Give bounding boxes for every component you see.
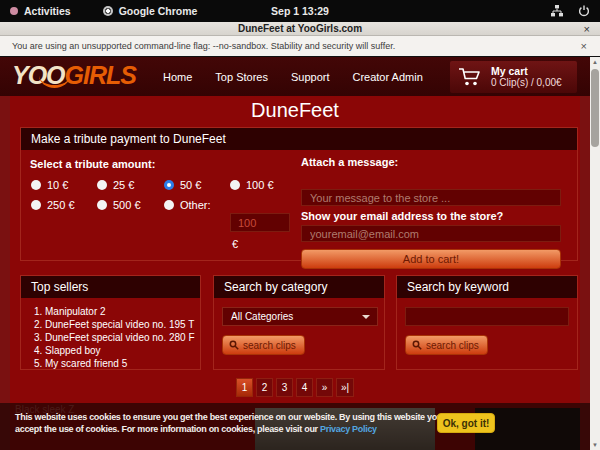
radio-label: 50 € [180,179,201,191]
window-title: DuneFeet at YooGirls.com [238,23,362,34]
search-clips-keyword-button[interactable]: search clips [405,335,488,355]
network-icon[interactable] [550,5,564,17]
top-sellers-header: Top sellers [21,276,200,298]
infobar-close-icon[interactable]: × [581,36,587,56]
top-seller-item[interactable]: DuneFeet special video no. 195 T [45,318,200,331]
radio-icon [164,180,174,190]
privacy-policy-link[interactable]: Privacy Policy [320,424,377,434]
cart-title: My cart [491,65,562,77]
radio-label: 10 € [47,179,68,191]
keyword-input[interactable] [405,307,569,326]
tribute-amount-10[interactable]: 10 € [31,179,68,191]
content-container: DuneFeet Make a tribute payment to DuneF… [10,96,580,450]
page-button-last[interactable]: »| [336,378,354,397]
page-title: DuneFeet [10,99,580,122]
email-label: Show your email address to the store? [301,210,503,222]
tribute-amount-other[interactable]: Other: [164,199,211,211]
desktop-top-bar: Activities Google Chrome Sep 1 13:29 [0,0,600,22]
tribute-amount-250[interactable]: 250 € [31,199,75,211]
site-header: YOOGIRLS Home Top Stores Support Creator… [0,57,600,96]
radio-label: 25 € [113,179,134,191]
search-category-header: Search by category [214,276,384,298]
clock[interactable]: Sep 1 13:29 [0,5,600,17]
scroll-down-icon[interactable]: ▼ [590,440,600,450]
page-button-next[interactable]: » [316,378,333,397]
radio-label: Other: [180,199,211,211]
radio-label: 250 € [47,199,75,211]
search-clips-label: search clips [243,340,296,351]
radio-icon [97,180,107,190]
window-titlebar: DuneFeet at YooGirls.com × [0,22,600,36]
cart-icon [458,66,482,88]
message-input[interactable] [301,189,561,206]
search-keyword-header: Search by keyword [397,276,577,298]
radio-icon [31,180,41,190]
cart-summary: 0 Clip(s) / 0,00€ [491,77,562,89]
site-logo[interactable]: YOOGIRLS [12,61,136,90]
add-to-cart-button[interactable]: Add to cart! [301,249,561,269]
page-button-1[interactable]: 1 [236,378,253,397]
my-cart-button[interactable]: My cart 0 Clip(s) / 0,00€ [450,61,577,93]
chrome-infobar: You are using an unsupported command-lin… [0,36,600,57]
message-label: Attach a message: [301,156,398,168]
page-button-2[interactable]: 2 [256,378,273,397]
search-keyword-panel: Search by keyword search clips [396,275,578,370]
cookie-text-line2: accept the use of cookies. For more info… [15,424,320,434]
search-category-panel: Search by category All Categories search… [213,275,385,370]
search-clips-label: search clips [426,340,479,351]
pagination: 1 2 3 4 » »| [10,378,580,397]
search-clips-category-button[interactable]: search clips [222,335,305,355]
radio-icon [230,180,240,190]
chevron-down-icon [362,315,370,319]
scrollbar[interactable]: ▲ ▼ [590,57,600,450]
cookie-message: This website uses cookies to ensure you … [15,411,435,435]
search-icon [229,340,239,350]
nav-support[interactable]: Support [291,71,330,83]
scroll-up-icon[interactable]: ▲ [590,57,600,67]
radio-icon [97,200,107,210]
scrollbar-thumb[interactable] [591,69,599,147]
cookie-text-line1: This website uses cookies to ensure you … [15,412,442,422]
top-seller-item[interactable]: Slapped boy [45,344,200,357]
radio-label: 100 € [246,179,274,191]
top-sellers-list: Manipulator 2 DuneFeet special video no.… [45,305,200,370]
tribute-amount-100[interactable]: 100 € [230,179,274,191]
tribute-amount-500[interactable]: 500 € [97,199,141,211]
page-body: DuneFeet Make a tribute payment to DuneF… [0,96,590,450]
main-nav: Home Top Stores Support Creator Admin [163,57,423,96]
power-icon[interactable] [578,5,590,17]
cookie-consent-bar: This website uses cookies to ensure you … [0,403,590,450]
category-select-value: All Categories [231,311,293,322]
tribute-panel-header: Make a tribute payment to DuneFeet [21,128,577,150]
logo-text-2: GIRLS [65,61,136,89]
top-seller-item[interactable]: My scared friend 5 [45,357,200,370]
category-select[interactable]: All Categories [222,307,378,326]
search-icon [412,340,422,350]
radio-icon [164,200,174,210]
page-button-3[interactable]: 3 [276,378,293,397]
amount-label: Select a tribute amount: [30,158,155,170]
currency-symbol: € [232,238,238,250]
tribute-amount-50[interactable]: 50 € [164,179,201,191]
nav-top-stores[interactable]: Top Stores [215,71,268,83]
window-close-icon[interactable]: × [584,22,590,36]
page-button-4[interactable]: 4 [296,378,313,397]
nav-home[interactable]: Home [163,71,192,83]
radio-icon [31,200,41,210]
email-input[interactable] [301,225,561,242]
infobar-message: You are using an unsupported command-lin… [12,41,395,51]
nav-creator-admin[interactable]: Creator Admin [352,71,422,83]
top-sellers-panel: Top sellers Manipulator 2 DuneFeet speci… [20,275,201,370]
tribute-panel: Make a tribute payment to DuneFeet Selec… [20,127,578,261]
radio-label: 500 € [113,199,141,211]
top-seller-item[interactable]: DuneFeet special video no. 280 F [45,331,200,344]
top-seller-item[interactable]: Manipulator 2 [45,305,200,318]
other-amount-input[interactable] [230,213,290,232]
tribute-amount-25[interactable]: 25 € [97,179,134,191]
cookie-accept-button[interactable]: Ok, got it! [437,413,495,433]
